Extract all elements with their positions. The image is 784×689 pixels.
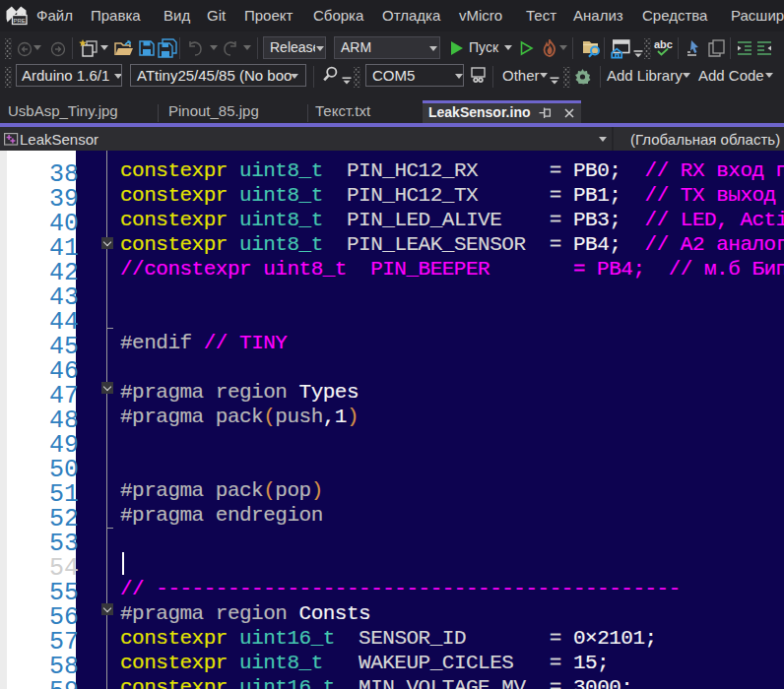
svg-text:PRE: PRE [14, 18, 26, 24]
svg-text:abc: abc [654, 39, 673, 50]
